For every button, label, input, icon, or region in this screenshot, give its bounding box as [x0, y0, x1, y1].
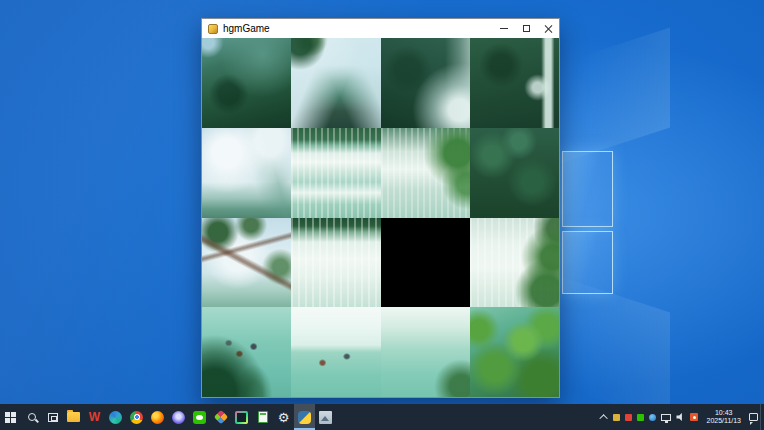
tray-app-icon-orange[interactable] [690, 413, 698, 421]
volume-icon[interactable] [676, 413, 685, 421]
taskbar-item-chrome[interactable] [126, 404, 147, 430]
puzzle-tile-r2c3-falls-leaves[interactable] [381, 128, 470, 218]
puzzle-tile-r3c1-sky-branches[interactable] [202, 218, 291, 308]
windows-wallpaper-logo [562, 151, 613, 294]
start-button[interactable] [0, 404, 21, 430]
edge-icon [109, 411, 122, 424]
search-icon [28, 413, 36, 421]
puzzle-tile-r4c2-lake-falls-base[interactable] [291, 307, 380, 397]
photos-icon [319, 411, 332, 424]
taskbar-item-settings[interactable]: ⚙ [273, 404, 294, 430]
show-desktop-button[interactable] [760, 404, 764, 430]
clock-date: 2025/11/13 [706, 417, 741, 425]
taskbar-item-file-explorer[interactable] [63, 404, 84, 430]
taskbar: W ⚙ 10:43 2025/11/13 [0, 404, 764, 430]
minimize-button[interactable] [493, 19, 515, 38]
pycharm-icon [235, 411, 248, 424]
puzzle-tile-r4c4-green-leaves[interactable] [470, 307, 559, 397]
puzzle-tile-r2c4-jungle-dark[interactable] [470, 128, 559, 218]
taskbar-item-wps[interactable]: W [84, 404, 105, 430]
file-explorer-icon [67, 412, 80, 422]
puzzle-tile-r1c2-peak-sky[interactable] [291, 38, 380, 128]
taskbar-search-button[interactable] [21, 404, 42, 430]
puzzle-tile-r4c1-lake-boats[interactable] [202, 307, 291, 397]
taskbar-item-photos[interactable] [315, 404, 336, 430]
title-bar[interactable]: hgmGame [202, 19, 559, 38]
close-icon [544, 25, 552, 33]
action-center-icon[interactable] [749, 413, 758, 421]
purple-app-icon [172, 411, 185, 424]
notepad-icon [258, 411, 268, 423]
system-tray: 10:43 2025/11/13 [602, 404, 760, 430]
taskbar-item-diamond-app[interactable] [210, 404, 231, 430]
puzzle-tile-r1c3-dark-falls-mist[interactable] [381, 38, 470, 128]
app-icon [208, 24, 218, 34]
wechat-icon [193, 411, 206, 424]
taskbar-item-pycharm[interactable] [231, 404, 252, 430]
puzzle-tile-r3c4-falls-foliage[interactable] [470, 218, 559, 308]
minimize-icon [500, 28, 508, 29]
tray-wechat-icon[interactable] [637, 414, 644, 421]
puzzle-tile-r2c1-sky-clouds[interactable] [202, 128, 291, 218]
task-view-button[interactable] [42, 404, 63, 430]
taskbar-spacer [336, 404, 602, 430]
clock-time: 10:43 [706, 409, 741, 417]
puzzle-tile-r1c1-forest-mountain[interactable] [202, 38, 291, 128]
puzzle-tile-r3c2-falls-wide[interactable] [291, 218, 380, 308]
taskbar-item-edge[interactable] [105, 404, 126, 430]
taskbar-item-python-game-active[interactable] [294, 404, 315, 430]
network-icon[interactable] [661, 414, 671, 421]
wps-icon: W [89, 411, 100, 423]
taskbar-item-purple-app[interactable] [168, 404, 189, 430]
taskbar-clock[interactable]: 10:43 2025/11/13 [703, 409, 744, 425]
windows-logo-pane [562, 151, 613, 227]
chrome-icon [130, 411, 143, 424]
window-title: hgmGame [223, 19, 493, 38]
windows-start-icon [5, 412, 16, 423]
taskbar-item-firefox[interactable] [147, 404, 168, 430]
diamond-app-icon [213, 410, 227, 424]
maximize-icon [523, 25, 530, 32]
gear-icon: ⚙ [278, 411, 290, 424]
puzzle-grid [202, 38, 559, 397]
taskbar-item-wechat[interactable] [189, 404, 210, 430]
tray-app-icon-blue[interactable] [649, 414, 656, 421]
close-button[interactable] [537, 19, 559, 38]
puzzle-tile-r1c4-forest-thin-fall[interactable] [470, 38, 559, 128]
tray-app-icon-red[interactable] [625, 414, 632, 421]
tray-app-icon-yellow[interactable] [613, 414, 620, 421]
game-window: hgmGame [201, 18, 560, 398]
puzzle-tile-r4c3-lake-teal[interactable] [381, 307, 470, 397]
puzzle-tile-r2c2-falls-cascade[interactable] [291, 128, 380, 218]
puzzle-tile-r3c3-empty-black[interactable] [381, 218, 470, 308]
task-view-icon [48, 413, 58, 422]
python-icon [298, 411, 311, 424]
firefox-icon [151, 411, 164, 424]
taskbar-item-notepad[interactable] [252, 404, 273, 430]
windows-logo-pane [562, 231, 613, 294]
maximize-button[interactable] [515, 19, 537, 38]
